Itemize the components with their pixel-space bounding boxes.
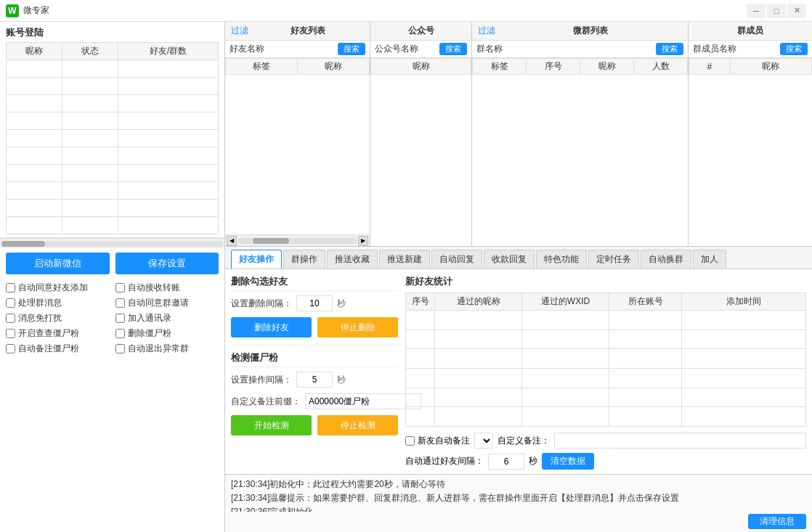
group-filter-label[interactable]: 过滤 [478,25,495,37]
checkbox-auto-exit-group-input[interactable] [115,344,125,353]
checkbox-auto-add-input[interactable] [6,283,15,292]
operation-panel: 删除勾选好友 设置删除间隔： 10 秒 删除好友 停止删除 检测僵尸粉 设置操作… [231,275,398,468]
table-row [7,130,219,147]
scroll-left-arrow[interactable]: ◀ [227,236,237,246]
zombie-prefix-input[interactable] [305,393,421,409]
window-controls: ─ □ ✕ [747,4,806,18]
auto-note-checkbox[interactable]: 新友自动备注 [405,435,470,447]
delete-interval-input[interactable]: 10 [296,295,333,311]
checkbox-contacts[interactable]: 加入通讯录 [115,312,219,324]
stats-col-nickname: 通过的昵称 [435,293,522,311]
tab-friend-operation[interactable]: 好友操作 [231,250,282,269]
checkbox-delete-zombie[interactable]: 删除僵尸粉 [115,327,219,340]
friend-section-header: 过滤 好友列表 [225,22,370,41]
checkbox-auto-transfer[interactable]: 自动接收转账 [115,282,219,294]
stop-detect-button[interactable]: 停止检测 [317,415,398,435]
app-logo: W [6,4,19,17]
delete-friend-button[interactable]: 删除好友 [231,317,312,337]
table-row [406,330,806,349]
table-row [406,388,806,407]
friend-search-label: 好友名称 [230,43,335,55]
main-container: 账号登陆 昵称 状态 好友/群数 [0,22,812,532]
member-search-button[interactable]: 搜索 [780,43,808,55]
group-section-header: 过滤 微群列表 [472,22,688,41]
clear-log-button[interactable]: 清理信息 [748,514,806,529]
checkbox-group-msg[interactable]: 处理群消息 [6,297,110,309]
log-area: [21:30:34]初始化中；此过程大约需要20秒，请耐心等待 [21:30:3… [225,474,812,532]
account-section: 账号登陆 昵称 状态 好友/群数 [0,22,224,238]
delete-btn-row: 删除好友 停止删除 [231,317,398,337]
member-table: # 昵称 [689,58,812,75]
public-table: 昵称 [370,58,471,75]
group-section: 过滤 微群列表 群名称 搜索 标签 序号 昵称 人数 [472,22,689,246]
auto-pass-unit: 秒 [529,455,537,467]
checkbox-no-disturb-input[interactable] [6,314,15,323]
member-section-title: 群成员 [694,25,806,37]
custom-note-input[interactable] [554,433,806,449]
checkbox-auto-group-invite-input[interactable] [115,298,125,308]
checkbox-detect-zombie[interactable]: 开启查查僵尸粉 [6,327,110,340]
zombie-interval-row: 设置操作间隔： 秒 [231,372,398,388]
table-row [406,311,806,330]
table-row [7,147,219,165]
checkbox-contacts-input[interactable] [115,314,125,323]
checkbox-auto-group-invite-label: 自动同意群邀请 [128,297,189,309]
friend-search-row: 好友名称 搜索 [225,41,370,58]
start-detect-button[interactable]: 开始检测 [231,415,312,435]
tabs-area: 好友操作 群操作 推送收藏 推送新建 自动回复 收款回复 特色功能 定时任务 自… [225,247,812,269]
stop-delete-button[interactable]: 停止删除 [317,317,398,337]
auto-note-select[interactable] [474,433,493,449]
friend-scroll-thumb[interactable] [253,238,289,244]
scroll-right-arrow[interactable]: ▶ [358,236,368,246]
checkbox-auto-add[interactable]: 自动同意好友添加 [6,282,110,294]
public-search-button[interactable]: 搜索 [439,43,467,55]
zombie-interval-input[interactable] [296,372,333,388]
stats-col-time: 添加时间 [682,293,806,311]
auto-pass-input[interactable] [488,454,524,470]
group-search-button[interactable]: 搜索 [656,43,683,55]
auto-note-input[interactable] [405,436,415,446]
tab-push-new[interactable]: 推送新建 [379,250,430,269]
checkbox-auto-transfer-input[interactable] [115,283,125,292]
close-button[interactable]: ✕ [787,4,806,18]
friend-search-button[interactable]: 搜索 [338,43,365,55]
friend-scroll-track [238,238,357,244]
custom-note-label: 自定义备注： [498,435,550,447]
checkbox-delete-zombie-input[interactable] [115,329,125,338]
minimize-button[interactable]: ─ [747,4,766,18]
group-list-title: 微群列表 [498,25,682,37]
tab-auto-switch-group[interactable]: 自动换群 [641,250,691,269]
scrollbar-thumb[interactable] [1,241,45,247]
member-col-nickname: 昵称 [730,59,811,75]
titlebar: W 微专家 ─ □ ✕ [0,0,812,22]
tab-add-person[interactable]: 加人 [693,250,726,269]
table-row [7,165,219,182]
checkbox-auto-note-zombie-input[interactable] [6,344,15,353]
zombie-section-title: 检测僵尸粉 [231,351,398,367]
clear-data-button[interactable]: 清空数据 [542,453,594,470]
tab-auto-reply[interactable]: 自动回复 [431,250,482,269]
tab-payment-reply[interactable]: 收款回复 [484,250,535,269]
friend-list-title: 好友列表 [251,25,364,37]
zombie-prefix-row: 自定义备注前缀： [231,393,398,409]
checkbox-auto-group-invite[interactable]: 自动同意群邀请 [115,297,219,309]
checkbox-detect-zombie-input[interactable] [6,329,15,338]
friend-filter-label[interactable]: 过滤 [231,25,248,37]
member-search-label: 群成员名称 [693,43,777,55]
maximize-button[interactable]: □ [767,4,786,18]
tab-push-collect[interactable]: 推送收藏 [327,250,378,269]
checkbox-no-disturb[interactable]: 消息免打扰 [6,312,110,324]
tab-timed-task[interactable]: 定时任务 [588,250,639,269]
checkbox-contacts-label: 加入通讯录 [128,312,171,324]
checkbox-auto-exit-group[interactable]: 自动退出异常群 [115,343,219,355]
save-settings-button[interactable]: 保存设置 [115,253,219,274]
checkbox-detect-zombie-label: 开启查查僵尸粉 [18,327,79,340]
checkbox-auto-note-zombie[interactable]: 自动备注僵尸粉 [6,343,110,355]
tab-special-func[interactable]: 特色功能 [536,250,587,269]
stats-table-body [406,311,806,427]
tab-group-operation[interactable]: 群操作 [283,250,325,269]
checkbox-auto-note-zombie-label: 自动备注僵尸粉 [18,343,79,355]
checkbox-group-msg-input[interactable] [6,298,15,308]
table-row [7,112,219,130]
start-wechat-button[interactable]: 启动新微信 [6,253,110,274]
